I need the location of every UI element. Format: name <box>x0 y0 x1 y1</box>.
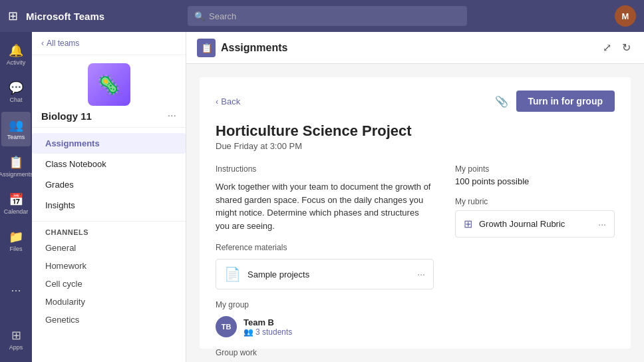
nav-item-more[interactable]: ··· <box>1 273 31 307</box>
sidebar-item-assignments[interactable]: Assignments <box>32 133 186 154</box>
apps-icon: ⊞ <box>11 328 21 343</box>
channel-modularity[interactable]: Modularity <box>32 293 186 311</box>
files-icon: 📁 <box>9 230 23 244</box>
team-name: Biology 11 <box>41 110 92 122</box>
content-header: 📋 Assignments ⤢ ↻ <box>186 32 644 64</box>
rubric-section: My rubric ⊞ Growth Journal Rubric ··· <box>455 197 615 238</box>
assignment-title-block: Horticulture Science Project Due Friday … <box>216 122 615 151</box>
points-value: 100 points possible <box>455 176 615 186</box>
expand-button[interactable]: ⤢ <box>600 39 614 57</box>
rubric-card[interactable]: ⊞ Growth Journal Rubric ··· <box>455 210 615 238</box>
assignment-title: Horticulture Science Project <box>216 122 615 140</box>
all-teams-back[interactable]: ‹ All teams <box>41 39 79 48</box>
app-title: Microsoft Teams <box>26 11 104 22</box>
channel-genetics[interactable]: Genetics <box>32 311 186 329</box>
right-col: My points 100 points possible My rubric … <box>455 164 615 362</box>
left-nav: 🔔 Activity 💬 Chat 👥 Teams 📋 Assignments … <box>0 32 32 362</box>
rubric-icon: ⊞ <box>464 218 472 230</box>
nav-item-teams[interactable]: 👥 Teams <box>1 112 31 146</box>
sidebar-nav: Assignments Class Notebook Grades Insigh… <box>32 128 186 222</box>
sidebar-item-grades[interactable]: Grades <box>32 174 186 195</box>
team-more-button[interactable]: ··· <box>168 110 176 122</box>
grid-icon[interactable]: ⊞ <box>8 9 18 23</box>
points-label: My points <box>455 164 615 174</box>
sidebar: ‹ All teams 🦠 Biology 11 ··· Assignments… <box>32 32 186 362</box>
group-info: Team B 👥 3 students <box>243 317 292 337</box>
pdf-icon: 📄 <box>224 266 241 282</box>
assignments-icon: 📋 <box>9 155 23 170</box>
two-col: Instructions Work together with your tea… <box>216 164 615 362</box>
instructions-text: Work together with your team to document… <box>216 180 434 232</box>
rubric-label: My rubric <box>455 197 615 206</box>
group-card: TB Team B 👥 3 students <box>216 316 434 337</box>
left-col: Instructions Work together with your tea… <box>216 164 434 362</box>
assignment-panel: ‹ Back 📎 Turn in for group Horticulture … <box>200 77 631 349</box>
back-chevron-icon: ‹ <box>216 96 218 106</box>
team-info: 🦠 Biology 11 ··· <box>32 55 186 128</box>
nav-item-activity[interactable]: 🔔 Activity <box>1 37 31 72</box>
students-icon: 👥 <box>243 327 253 337</box>
group-work-label: Group work <box>216 348 434 357</box>
nav-item-apps[interactable]: ⊞ Apps <box>1 322 31 357</box>
group-name: Team B <box>243 317 292 327</box>
attachment-button[interactable]: 📎 <box>492 92 511 110</box>
channel-homework[interactable]: Homework <box>32 257 186 275</box>
content-header-actions: ⤢ ↻ <box>600 39 633 57</box>
group-section: My group TB Team B 👥 3 students <box>216 300 434 337</box>
channel-cell-cycle[interactable]: Cell cycle <box>32 275 186 293</box>
nav-item-files[interactable]: 📁 Files <box>1 224 31 258</box>
refresh-button[interactable]: ↻ <box>619 39 633 57</box>
team-avatar: 🦠 <box>88 63 130 106</box>
main-panel: ‹ Back 📎 Turn in for group Horticulture … <box>186 64 644 362</box>
points-section: My points 100 points possible <box>455 164 615 186</box>
search-icon: 🔍 <box>194 11 205 21</box>
sidebar-item-class-notebook[interactable]: Class Notebook <box>32 154 186 174</box>
reference-more-button[interactable]: ··· <box>417 269 425 279</box>
search-input[interactable] <box>209 11 460 21</box>
search-bar[interactable]: 🔍 <box>188 6 467 26</box>
sidebar-item-insights[interactable]: Insights <box>32 195 186 216</box>
rubric-name: Growth Journal Rubric <box>479 219 591 229</box>
top-bar: ⊞ Microsoft Teams 🔍 M <box>0 0 644 32</box>
calendar-icon: 📅 <box>9 192 23 207</box>
more-icon: ··· <box>11 283 21 297</box>
channel-general[interactable]: General <box>32 239 186 257</box>
reference-card: 📄 Sample projects ··· <box>216 259 434 289</box>
chat-icon: 💬 <box>9 81 23 95</box>
group-students: 👥 3 students <box>243 327 292 337</box>
sidebar-header: ‹ All teams <box>32 32 186 55</box>
reference-name: Sample projects <box>247 270 410 279</box>
content-header-title: Assignments <box>221 42 287 54</box>
instructions-section: Instructions Work together with your tea… <box>216 164 434 232</box>
channels-header: Channels <box>32 222 186 239</box>
content-area: 📋 Assignments ⤢ ↻ ‹ Back 📎 Turn in for <box>186 32 644 362</box>
rubric-more-button[interactable]: ··· <box>598 219 606 230</box>
group-label: My group <box>216 300 434 309</box>
group-avatar: TB <box>216 316 237 337</box>
group-work-section: Group work ✏️ Biology Project Group B ··… <box>216 348 434 362</box>
reference-label: Reference materials <box>216 243 434 252</box>
reference-section: Reference materials 📄 Sample projects ··… <box>216 243 434 289</box>
assignments-header-icon: 📋 <box>197 39 216 57</box>
main-layout: 🔔 Activity 💬 Chat 👥 Teams 📋 Assignments … <box>0 32 644 362</box>
nav-item-calendar[interactable]: 📅 Calendar <box>1 186 31 221</box>
assignment-header-actions: 📎 Turn in for group <box>492 90 615 112</box>
chevron-left-icon: ‹ <box>41 39 44 48</box>
turn-in-button[interactable]: Turn in for group <box>516 90 615 112</box>
activity-icon: 🔔 <box>9 43 23 58</box>
teams-icon: 👥 <box>9 118 23 132</box>
back-link[interactable]: ‹ Back <box>216 96 240 106</box>
nav-item-assignments[interactable]: 📋 Assignments <box>1 149 31 184</box>
instructions-label: Instructions <box>216 164 434 174</box>
assignment-due: Due Friday at 3:00 PM <box>216 141 615 151</box>
nav-item-chat[interactable]: 💬 Chat <box>1 75 31 109</box>
avatar[interactable]: M <box>615 5 636 27</box>
assignment-header-row: ‹ Back 📎 Turn in for group <box>216 90 615 112</box>
